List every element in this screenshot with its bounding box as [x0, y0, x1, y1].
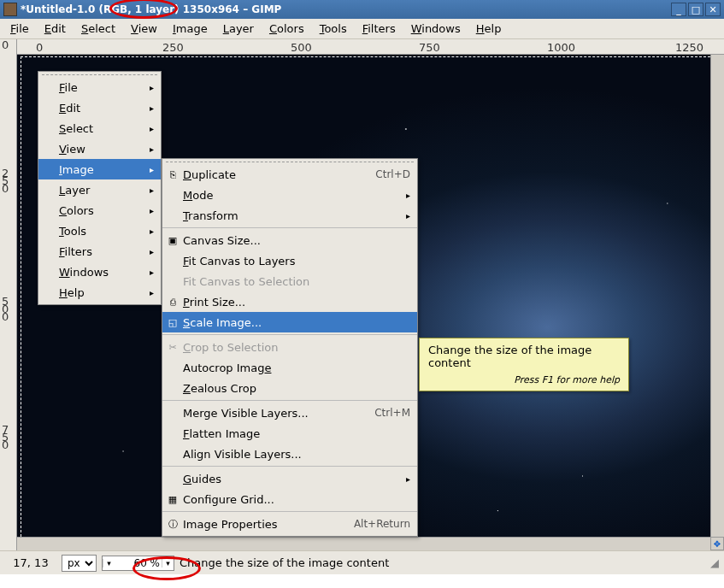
- ctx-filters[interactable]: Filters▸: [38, 241, 161, 262]
- window-buttons: _ □ ✕: [671, 3, 721, 16]
- ctx-colors[interactable]: Colors▸: [38, 200, 161, 220]
- close-button[interactable]: ✕: [705, 3, 721, 16]
- crop-to-selection-icon: ✂: [166, 340, 180, 354]
- zoom-dropdown-icon[interactable]: ▾: [162, 559, 174, 567]
- img-zealous-crop[interactable]: Zealous Crop: [162, 378, 417, 398]
- minimize-button[interactable]: _: [671, 3, 686, 16]
- statusbar: 17, 13 px ▾ ▾ Change the size of the ima…: [0, 550, 724, 574]
- titlebar: *Untitled-1.0 (RGB, 1 layer) 1350x964 – …: [0, 0, 724, 19]
- maximize-button[interactable]: □: [688, 3, 703, 16]
- app-icon: [3, 3, 17, 16]
- ctx-windows[interactable]: Windows▸: [38, 262, 161, 282]
- img-fit-canvas-to-selection: Fit Canvas to Selection: [162, 271, 417, 291]
- img-flatten-image[interactable]: Flatten Image: [162, 423, 417, 444]
- ctx-edit[interactable]: Edit▸: [38, 97, 161, 118]
- menu-file[interactable]: File: [3, 21, 36, 37]
- tooltip-help: Press F1 for more help: [428, 374, 620, 385]
- horizontal-scrollbar[interactable]: [17, 537, 710, 550]
- ctx-select[interactable]: Select▸: [38, 118, 161, 138]
- zoom-control[interactable]: ▾ ▾: [102, 556, 174, 571]
- status-hint: Change the size of the image content: [180, 556, 705, 569]
- ctx-layer[interactable]: Layer▸: [38, 179, 161, 200]
- context-menu: File▸Edit▸Select▸View▸Image▸Layer▸Colors…: [38, 71, 162, 305]
- resize-grip-icon[interactable]: ◢: [710, 556, 719, 569]
- ctx-tools[interactable]: Tools▸: [38, 220, 161, 241]
- img-image-properties[interactable]: ⓘImage PropertiesAlt+Return: [162, 514, 417, 534]
- menu-filters[interactable]: Filters: [356, 21, 403, 37]
- image-properties-icon: ⓘ: [166, 517, 180, 531]
- zoom-down-icon[interactable]: ▾: [103, 559, 115, 567]
- print-size--icon: ⎙: [166, 295, 180, 309]
- menu-layer[interactable]: Layer: [216, 21, 261, 37]
- img-configure-grid-[interactable]: ▦Configure Grid...: [162, 489, 417, 509]
- unit-select[interactable]: px: [62, 555, 97, 572]
- img-guides[interactable]: Guides▸: [162, 468, 417, 489]
- horizontal-ruler: 025050075010001250: [17, 39, 724, 55]
- vertical-scrollbar[interactable]: [710, 55, 724, 537]
- menu-tools[interactable]: Tools: [313, 21, 354, 37]
- vertical-ruler: 02 5 05 0 07 5 0: [0, 39, 17, 550]
- menu-view[interactable]: View: [124, 21, 164, 37]
- img-fit-canvas-to-layers[interactable]: Fit Canvas to Layers: [162, 250, 417, 271]
- ctx-image[interactable]: Image▸: [38, 159, 161, 179]
- ctx-file[interactable]: File▸: [38, 77, 161, 97]
- img-crop-to-selection: ✂Crop to Selection: [162, 337, 417, 357]
- menu-colors[interactable]: Colors: [262, 21, 311, 37]
- img-mode[interactable]: Mode▸: [162, 185, 417, 205]
- img-canvas-size-[interactable]: ▣Canvas Size...: [162, 230, 417, 250]
- menubar: FileEditSelectViewImageLayerColorsToolsF…: [0, 19, 724, 39]
- img-transform[interactable]: Transform▸: [162, 205, 417, 226]
- canvas-size--icon: ▣: [166, 233, 180, 247]
- menu-image[interactable]: Image: [166, 21, 215, 37]
- menu-edit[interactable]: Edit: [38, 21, 73, 37]
- duplicate-icon: ⎘: [166, 168, 180, 181]
- img-duplicate[interactable]: ⎘DuplicateCtrl+D: [162, 164, 417, 185]
- navigation-button[interactable]: ✥: [710, 537, 724, 550]
- img-autocrop-image[interactable]: Autocrop Image: [162, 357, 417, 378]
- menu-select[interactable]: Select: [74, 21, 122, 37]
- img-merge-visible-layers-[interactable]: Merge Visible Layers...Ctrl+M: [162, 403, 417, 423]
- menu-help[interactable]: Help: [469, 21, 509, 37]
- ctx-view[interactable]: View▸: [38, 138, 161, 159]
- ctx-help[interactable]: Help▸: [38, 282, 161, 303]
- scale-image--icon: ◱: [166, 315, 180, 329]
- image-submenu: ⎘DuplicateCtrl+DMode▸Transform▸▣Canvas S…: [162, 158, 418, 537]
- menu-windows[interactable]: Windows: [404, 21, 468, 37]
- zoom-input[interactable]: [115, 556, 162, 570]
- tooltip: Change the size of the image content Pre…: [419, 338, 629, 391]
- configure-grid--icon: ▦: [166, 492, 180, 506]
- cursor-coords: 17, 13: [5, 556, 56, 569]
- img-align-visible-layers-[interactable]: Align Visible Layers...: [162, 444, 417, 464]
- img-scale-image-[interactable]: ◱Scale Image...: [162, 312, 417, 332]
- tooltip-text: Change the size of the image content: [428, 344, 620, 369]
- img-print-size-[interactable]: ⎙Print Size...: [162, 291, 417, 312]
- window-title: *Untitled-1.0 (RGB, 1 layer) 1350x964 – …: [21, 3, 671, 15]
